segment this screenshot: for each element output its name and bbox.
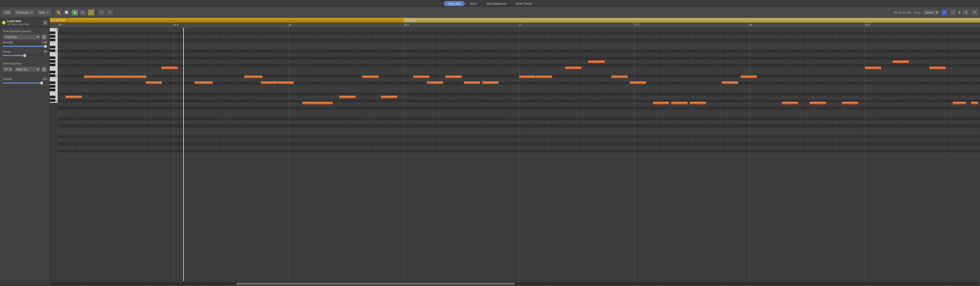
pointer-down-button[interactable]: ↘	[106, 9, 113, 16]
midi-note[interactable]	[130, 75, 146, 78]
key-eb2[interactable]	[50, 96, 56, 98]
key-b4[interactable]: B	[50, 28, 58, 32]
key-eb4[interactable]	[50, 46, 56, 48]
midi-note[interactable]	[194, 81, 213, 84]
scrollbar-thumb[interactable]	[236, 283, 515, 285]
swing-slider-wrap[interactable]	[3, 54, 47, 58]
key-bb2[interactable]	[50, 82, 56, 84]
midi-note[interactable]	[782, 102, 798, 104]
key-e2[interactable]	[50, 92, 58, 96]
scale-select[interactable]: Major (lo...	[14, 66, 40, 72]
midi-note[interactable]	[652, 102, 669, 104]
tab-smart-tempo[interactable]: Smart Tempo	[511, 1, 536, 6]
pencil-tool-button[interactable]: ✏️	[55, 9, 62, 16]
key-db3[interactable]	[50, 74, 56, 77]
note-value-select[interactable]: 1/16 Note	[3, 34, 40, 40]
midi-note[interactable]	[810, 102, 826, 104]
edit-button[interactable]: Edit	[2, 9, 13, 16]
midi-note[interactable]	[519, 75, 536, 78]
midi-note[interactable]	[413, 75, 430, 78]
key-eb3[interactable]	[50, 71, 56, 73]
midi-note[interactable]	[690, 102, 706, 104]
midi-note[interactable]	[244, 75, 262, 78]
scissors-icon: ✂️	[81, 11, 85, 14]
key-gb3[interactable]	[50, 64, 56, 66]
functions-button[interactable]: Functions ▼	[14, 9, 35, 16]
tab-piano-roll[interactable]: Piano Roll	[444, 1, 465, 6]
key-gb2[interactable]	[50, 88, 56, 91]
key-e4[interactable]	[50, 42, 58, 46]
strength-slider-thumb[interactable]	[44, 45, 47, 48]
pencil-icon: ✏️	[56, 10, 60, 14]
metronome-button[interactable]: H	[941, 9, 948, 16]
midi-note[interactable]	[671, 102, 688, 104]
key-bb3[interactable]	[50, 57, 56, 59]
key-b2[interactable]	[50, 78, 58, 82]
midi-note[interactable]	[630, 81, 646, 84]
scale-q-button[interactable]: Q	[41, 66, 47, 72]
midi-note[interactable]	[740, 75, 757, 78]
pointer-tool-button[interactable]: ↖	[98, 9, 105, 16]
ruler-barline-15	[58, 25, 58, 28]
key-ab3[interactable]	[50, 60, 56, 63]
snap-select[interactable]: Smart	[923, 9, 939, 15]
midi-note[interactable]	[381, 95, 397, 98]
swing-slider-thumb[interactable]	[23, 54, 26, 57]
quantize-q-button[interactable]: Q	[41, 34, 47, 40]
key-db2[interactable]	[50, 100, 56, 102]
view-button[interactable]: View ▼	[36, 9, 52, 16]
midi-note[interactable]	[953, 102, 966, 104]
midi-note[interactable]	[482, 81, 499, 84]
midi-note[interactable]	[427, 81, 443, 84]
key-db4[interactable]	[50, 49, 56, 52]
key-ab2[interactable]	[50, 85, 56, 88]
velocity-slider-thumb[interactable]	[40, 82, 43, 85]
midi-out-button[interactable]: ↦	[971, 9, 978, 16]
midi-note[interactable]	[339, 95, 356, 98]
midi-note[interactable]	[161, 66, 178, 69]
key-e3[interactable]	[50, 67, 58, 71]
midi-in-icon: ⇥	[965, 11, 967, 14]
midi-note[interactable]	[971, 102, 978, 104]
grid-container[interactable]	[58, 28, 980, 281]
midi-note[interactable]	[65, 95, 82, 98]
key-ab4[interactable]	[50, 35, 56, 38]
midi-note[interactable]	[842, 102, 858, 104]
velocity-slider-wrap[interactable]	[3, 81, 47, 85]
link-tool-button[interactable]: 🔗	[88, 9, 95, 16]
midi-note[interactable]	[145, 81, 162, 84]
midi-note[interactable]	[892, 60, 909, 63]
midi-note[interactable]	[100, 75, 116, 78]
midi-note[interactable]	[565, 66, 582, 69]
tab-step-sequencer[interactable]: Step Sequencer	[482, 1, 511, 6]
midi-note[interactable]	[536, 75, 552, 78]
key-b3[interactable]	[50, 53, 58, 57]
key-bb4[interactable]	[50, 32, 56, 34]
midi-note[interactable]	[722, 81, 738, 84]
scrollbar-track[interactable]	[51, 283, 979, 285]
midi-note[interactable]	[865, 66, 881, 69]
midi-note[interactable]	[115, 75, 132, 78]
midi-note[interactable]	[84, 75, 100, 78]
strength-slider-wrap[interactable]	[3, 44, 47, 48]
midi-note[interactable]	[277, 81, 294, 84]
record-tool-button[interactable]: ⏺	[71, 9, 78, 16]
midi-note[interactable]	[316, 102, 333, 104]
key-gb4[interactable]	[50, 39, 56, 41]
midi-note[interactable]	[445, 75, 462, 78]
midi-note[interactable]	[611, 75, 628, 78]
midi-note[interactable]	[302, 102, 319, 104]
scissors-tool-button[interactable]: ✂️	[80, 9, 86, 16]
off-select[interactable]: Off	[3, 66, 13, 72]
midi-note[interactable]	[588, 60, 605, 63]
midi-note[interactable]	[464, 81, 480, 84]
tab-score[interactable]: Score	[466, 1, 481, 6]
track-grid-button[interactable]: ⊞	[43, 21, 48, 25]
midi-note[interactable]	[929, 66, 946, 69]
midi-note[interactable]	[261, 81, 277, 84]
midi-in-button[interactable]: ⇥	[962, 9, 969, 16]
tune-button[interactable]: ♩	[950, 9, 956, 16]
track-name: Lead Saw	[7, 19, 41, 23]
midi-note[interactable]	[362, 75, 379, 78]
loop-tool-button[interactable]: 🔄	[63, 9, 70, 16]
